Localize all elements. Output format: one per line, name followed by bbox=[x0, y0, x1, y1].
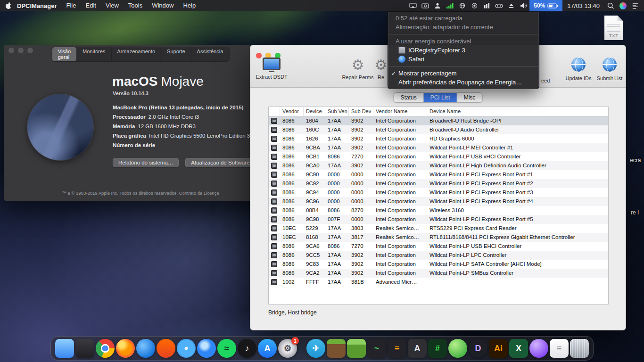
toolbar-submit-list[interactable]: Submit List bbox=[593, 58, 626, 81]
toolbar-extract-dsdt[interactable]: Extract DSDT bbox=[255, 58, 288, 80]
menu-bar-item[interactable]: Window bbox=[147, 0, 178, 11]
column-header-vendor[interactable]: Vendor bbox=[280, 107, 304, 116]
table-row[interactable]: 8086 9C90 0000 0000 Intel Corporation Wi… bbox=[269, 170, 608, 179]
table-row[interactable]: 8086 1626 17AA 3902 Intel Corporation HD… bbox=[269, 134, 608, 143]
dock-thunderbird[interactable] bbox=[136, 339, 155, 358]
about-tab[interactable]: Monitores bbox=[77, 47, 111, 61]
spotlight-icon[interactable] bbox=[604, 0, 617, 11]
table-row[interactable]: 8086 1604 17AA 3902 Intel Corporation Br… bbox=[269, 116, 608, 125]
table-row[interactable]: 8086 9C98 007F 0000 Intel Corporation Wi… bbox=[269, 215, 608, 224]
app-menu-title[interactable]: DPCIManager bbox=[16, 2, 62, 9]
column-header-vendor-name[interactable]: Vendor Name bbox=[373, 107, 427, 116]
dock-grass-cube[interactable] bbox=[347, 339, 366, 358]
table-row[interactable]: 10EC 5229 17AA 3803 Realtek Semico… RTS5… bbox=[269, 224, 608, 233]
column-header-sub-dev[interactable]: Sub Dev bbox=[349, 107, 373, 116]
dock-telegram[interactable]: ✈ bbox=[306, 339, 325, 358]
table-row[interactable]: 8086 9C94 0000 0000 Intel Corporation Wi… bbox=[269, 188, 608, 197]
about-tab[interactable]: Armazenamento bbox=[111, 47, 161, 61]
dock-chrome[interactable] bbox=[96, 339, 115, 358]
column-header-sub-ven[interactable]: Sub Ven bbox=[325, 107, 349, 116]
user-icon[interactable] bbox=[431, 0, 444, 11]
menu-bar-item[interactable]: Edit bbox=[81, 0, 100, 11]
dock-illustrator[interactable]: Ai bbox=[489, 339, 508, 358]
about-tab[interactable]: Assistência bbox=[191, 47, 229, 61]
table-row[interactable]: 8086 9CA0 17AA 3902 Intel Corporation Wi… bbox=[269, 161, 608, 170]
view-tab[interactable]: Status bbox=[394, 93, 424, 102]
battery-menu-item[interactable]: A usar energia considerável bbox=[388, 37, 539, 46]
table-row[interactable]: 8086 9CBA 17AA 3902 Intel Corporation Wi… bbox=[269, 143, 608, 152]
table-row[interactable]: 1002 FFFF 17AA 381B Advanced Micr… bbox=[269, 278, 608, 287]
zoom-button[interactable] bbox=[27, 48, 33, 53]
minimize-button[interactable] bbox=[18, 48, 24, 53]
table-row[interactable]: 8086 9C83 17AA 3902 Intel Corporation Wi… bbox=[269, 260, 608, 269]
dock-dark-photo-app[interactable] bbox=[75, 339, 94, 358]
notification-center-icon[interactable] bbox=[629, 0, 641, 11]
table-row[interactable]: 8086 08B4 8086 8270 Intel Corporation Wi… bbox=[269, 206, 608, 215]
signal-bars-icon[interactable] bbox=[444, 0, 456, 11]
toolbar-update-ids[interactable]: Update IDs bbox=[562, 58, 595, 81]
dock-scope-dark-2[interactable]: ≡ bbox=[388, 339, 406, 358]
dock-excel[interactable]: X bbox=[509, 339, 528, 358]
game-controller-icon[interactable] bbox=[493, 0, 505, 11]
battery-menu-item[interactable]: Abrir preferências de Poupança de Energi… bbox=[388, 78, 539, 87]
apple-menu-icon[interactable] bbox=[6, 2, 12, 9]
battery-menu-item[interactable] bbox=[388, 34, 538, 34]
battery-menu-item[interactable]: IORegistryExplorer 3 bbox=[388, 46, 539, 55]
column-header-device[interactable]: Device bbox=[304, 107, 325, 116]
menu-bar-item[interactable]: Help bbox=[178, 0, 200, 11]
dock-textedit[interactable]: ≡ bbox=[550, 339, 569, 358]
desktop-file-label-partial-2[interactable]: re I bbox=[631, 209, 639, 216]
volume-icon[interactable] bbox=[517, 0, 529, 11]
dock-finder[interactable] bbox=[55, 339, 74, 358]
view-tab[interactable]: Misc bbox=[457, 93, 482, 102]
table-row[interactable]: 10EC 8168 17AA 3817 Realtek Semico… RTL8… bbox=[269, 233, 608, 242]
dock-safari[interactable] bbox=[177, 339, 196, 358]
menu-bar-item[interactable]: File bbox=[62, 0, 81, 11]
about-tab[interactable]: Suporte bbox=[161, 47, 191, 61]
txt-file-icon[interactable]: TXT bbox=[604, 16, 623, 40]
dock-devdocs[interactable]: D bbox=[469, 339, 487, 358]
battery-menu-item[interactable]: Alimentação: adaptador de corrente bbox=[388, 23, 539, 32]
menu-bar-item[interactable]: View bbox=[101, 0, 124, 11]
dock-scope-dark-1[interactable]: ~ bbox=[367, 339, 386, 358]
window-traffic-lights[interactable] bbox=[8, 48, 33, 53]
battery-menu-item[interactable] bbox=[388, 66, 538, 66]
battery-menu-item[interactable]: ✓ Mostrar percentagem bbox=[388, 69, 539, 78]
table-row[interactable]: 8086 9CC5 17AA 3902 Intel Corporation Wi… bbox=[269, 251, 608, 260]
table-row[interactable]: 8086 9C96 0000 0000 Intel Corporation Wi… bbox=[269, 197, 608, 206]
dock-xcode-dark[interactable]: A bbox=[408, 339, 427, 358]
dock-app-store[interactable]: A bbox=[258, 339, 277, 358]
dock-brave[interactable] bbox=[157, 339, 175, 358]
screen-record-icon[interactable] bbox=[468, 0, 480, 11]
dock-spotify[interactable]: ≈ bbox=[217, 339, 236, 358]
dock-green-orb[interactable] bbox=[448, 339, 467, 358]
table-row[interactable]: 8086 9CB1 8086 7270 Intel Corporation Wi… bbox=[269, 152, 608, 161]
dock-system-preferences[interactable]: ⚙ 1 bbox=[278, 339, 297, 358]
pci-table-header[interactable]: Vendor Device Sub Ven Sub Dev Vendor Nam… bbox=[269, 107, 608, 116]
globe-icon[interactable] bbox=[456, 0, 468, 11]
about-button[interactable]: Atualização de Software… bbox=[185, 158, 261, 167]
view-tab[interactable]: PCI List bbox=[424, 93, 457, 102]
table-row[interactable]: 8086 160C 17AA 3902 Intel Corporation Br… bbox=[269, 125, 608, 134]
dock-circuit-board[interactable]: # bbox=[428, 339, 447, 358]
menu-bar-clock[interactable]: 17/03 13:40 bbox=[562, 2, 604, 9]
dock-chromium[interactable] bbox=[197, 339, 216, 358]
display-mirroring-icon[interactable] bbox=[407, 0, 419, 11]
columns-icon[interactable] bbox=[480, 0, 493, 11]
table-row[interactable]: 8086 9CA6 8086 7270 Intel Corporation Wi… bbox=[269, 242, 608, 251]
dock-purple-orb[interactable] bbox=[529, 339, 548, 358]
column-header-device-name[interactable]: Device Name bbox=[427, 107, 608, 116]
dock-music-dark[interactable]: ♪ bbox=[238, 339, 256, 358]
dock-dirt-cube[interactable] bbox=[327, 339, 346, 358]
about-tab[interactable]: Visão geral bbox=[52, 47, 77, 61]
camera-icon[interactable] bbox=[419, 0, 431, 11]
desktop-file-label-partial-1[interactable]: ecrã bbox=[630, 157, 641, 164]
about-button[interactable]: Relatório do sistema… bbox=[113, 158, 179, 167]
table-row[interactable]: 8086 9CA2 17AA 3902 Intel Corporation Wi… bbox=[269, 269, 608, 278]
battery-menu-item[interactable]: Safari bbox=[388, 55, 539, 64]
siri-icon[interactable] bbox=[617, 0, 629, 11]
battery-menu-item[interactable]: 0:52 até estar carregada bbox=[388, 14, 539, 23]
table-row[interactable]: 8086 9C92 0000 0000 Intel Corporation Wi… bbox=[269, 179, 608, 188]
battery-status-item[interactable]: 50% bbox=[529, 0, 562, 11]
eject-icon[interactable] bbox=[505, 0, 517, 11]
